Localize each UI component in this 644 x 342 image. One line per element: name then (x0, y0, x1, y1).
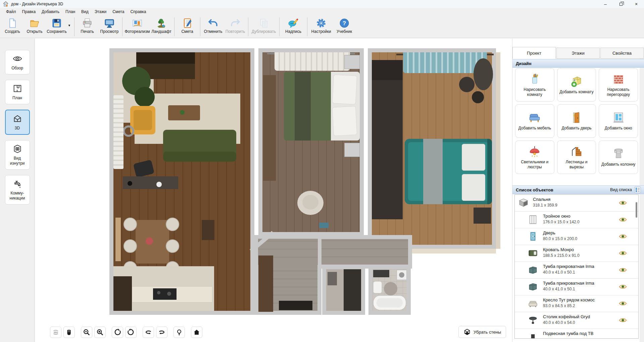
visibility-eye-icon[interactable] (619, 234, 627, 239)
nightstand-irma[interactable] (344, 55, 360, 69)
orbit-left-button[interactable] (143, 327, 154, 338)
new-button[interactable]: Создать (1, 16, 23, 37)
closet-cabinet[interactable] (344, 269, 361, 311)
room-bedroom-2[interactable] (368, 48, 496, 249)
visibility-eye-icon[interactable] (619, 318, 627, 323)
dining-bench[interactable] (115, 218, 121, 261)
cooktop[interactable] (153, 288, 177, 300)
note-button[interactable]: Надпись (281, 16, 305, 37)
bedroom1-shelf[interactable] (263, 75, 276, 181)
remove-walls-button[interactable]: Убрать стены (458, 326, 506, 338)
list-scrollbar[interactable] (636, 202, 637, 218)
kitchen-bar[interactable] (113, 276, 132, 311)
bath-counter[interactable] (373, 270, 389, 277)
object-row-coffee-table[interactable]: Столик кофейный Gryd 40.0 x 40.0 x 54.0 (515, 312, 638, 329)
toilet[interactable] (373, 281, 382, 293)
settings-button[interactable]: Настройки (309, 16, 333, 37)
dining-chair[interactable] (166, 218, 179, 231)
visibility-eye-icon[interactable] (619, 301, 627, 306)
pouf[interactable] (459, 77, 475, 92)
object-row-door[interactable]: Дверь 80.0 x 15.0 x 200.0 (515, 228, 638, 245)
lights-button[interactable]: Светильники и люстры (515, 140, 554, 174)
menu-plan[interactable]: План (62, 8, 78, 15)
sidebar-item-communications[interactable]: Комму-никации (5, 175, 30, 205)
minimize-button[interactable]: – (598, 0, 613, 8)
object-row-bed[interactable]: Кровать Монро 188.5 x 215.0 x 91.0 (515, 245, 638, 262)
room-bathroom[interactable] (368, 265, 411, 315)
undo-button[interactable]: Отменить (202, 16, 224, 37)
visibility-eye-icon[interactable] (619, 267, 627, 273)
sidebar-item-inside-view[interactable]: Вид изнутри (5, 140, 30, 170)
menu-edit[interactable]: Правка (19, 8, 39, 15)
restore-button[interactable] (613, 0, 629, 8)
dining-chair[interactable] (123, 239, 137, 253)
curtain-white[interactable] (275, 52, 350, 71)
room-bedroom-1[interactable] (258, 48, 364, 236)
landscape-button[interactable]: Ландшафт (150, 16, 172, 37)
preview-button[interactable]: Просмотр (98, 16, 120, 37)
desk-chair[interactable] (133, 160, 155, 178)
doormat[interactable] (279, 301, 312, 310)
menu-help[interactable]: Справка (127, 8, 149, 15)
menu-view[interactable]: Вид (78, 8, 92, 15)
sidebar-item-3d[interactable]: 3D (5, 110, 30, 135)
estimate-button[interactable]: Смета (176, 16, 198, 37)
add-window-button[interactable]: Добавить окно (599, 104, 638, 138)
tutorial-button[interactable]: ? Учебник (333, 16, 355, 37)
floor-plan[interactable] (109, 48, 500, 315)
tab-floors[interactable]: Этажи (556, 48, 600, 59)
visibility-eye-icon[interactable] (619, 217, 627, 222)
curtain-left[interactable] (113, 95, 123, 169)
list-view-button[interactable] (634, 186, 641, 193)
room-living[interactable] (109, 48, 254, 315)
orbit-right-button[interactable] (156, 327, 167, 338)
visibility-eye-icon[interactable] (619, 200, 627, 206)
photorealism-button[interactable]: Фотореализм (124, 16, 150, 37)
dark-rug[interactable] (474, 58, 493, 90)
add-door-button[interactable]: Добавить дверь (557, 104, 596, 138)
zoom-in-button[interactable] (94, 327, 106, 338)
pouf[interactable] (472, 91, 484, 103)
object-row-room[interactable]: Спальня 318.1 x 359.9 (515, 195, 638, 212)
save-button[interactable]: Сохранить (46, 16, 68, 37)
dining-chair[interactable] (123, 218, 137, 231)
draw-room-button[interactable]: Нарисовать комнату (515, 68, 554, 102)
room-closet[interactable] (322, 265, 365, 315)
light-button[interactable] (174, 327, 185, 338)
stairs-button[interactable]: Лестницы и вырезы (557, 140, 596, 174)
open-button[interactable]: Открыть (23, 16, 46, 37)
print-button[interactable]: Печать (76, 16, 98, 37)
redo-button[interactable]: Повторить (224, 16, 246, 37)
tilt-left-button[interactable] (112, 327, 123, 338)
visibility-eye-icon[interactable] (619, 250, 627, 256)
close-button[interactable]: × (629, 0, 644, 8)
floor-lamp[interactable] (123, 125, 134, 137)
wardrobe-dark[interactable] (372, 60, 403, 219)
zoom-out-button[interactable] (81, 327, 92, 338)
menu-file[interactable]: Файл (3, 8, 19, 15)
nightstand-irma[interactable] (344, 143, 360, 157)
object-row-armchair[interactable]: Кресло Тут рядом космос 93.0 x 84.5 x 85… (515, 295, 638, 312)
tilt-right-button[interactable] (125, 327, 137, 338)
brown-cabinet[interactable] (202, 220, 214, 240)
nightstand-dark[interactable] (474, 208, 491, 224)
sidebar-item-plan[interactable]: План (5, 80, 30, 104)
object-row-nightstand[interactable]: Тумба прикроватная Irma 40.0 x 41.0 x 50… (515, 262, 638, 279)
duplicate-button[interactable]: Дублировать (250, 16, 278, 37)
menu-floors[interactable]: Этажи (92, 8, 109, 15)
visibility-eye-icon[interactable] (619, 284, 627, 289)
hallway-cabinet[interactable] (258, 255, 273, 312)
tab-project[interactable]: Проект (512, 47, 556, 59)
home-view-button[interactable] (191, 327, 202, 338)
menu-add[interactable]: Добавить (39, 8, 62, 15)
save-dropdown-arrow[interactable]: ▼ (68, 16, 72, 27)
object-row-window[interactable]: Тройное окно 176.0 x 15.0 x 142.0 (515, 212, 638, 228)
closet-box[interactable] (328, 272, 337, 285)
dining-chair[interactable] (166, 239, 179, 253)
3d-viewport[interactable]: 360 (35, 39, 512, 342)
pan-button[interactable] (63, 327, 75, 338)
menu-estimate[interactable]: Смета (109, 8, 127, 15)
object-row-tv-stand[interactable]: Подвесная тумба под ТВ (515, 329, 638, 339)
sidebar-item-overview[interactable]: Обзор (5, 50, 30, 74)
add-room-button[interactable]: Добавить комнату (557, 68, 596, 102)
